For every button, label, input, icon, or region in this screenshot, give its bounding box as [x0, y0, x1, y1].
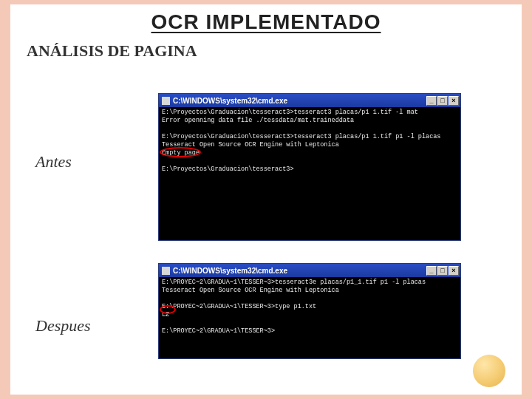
console-titlebar: C:\WINDOWS\system32\cmd.exe _ □ × [159, 94, 460, 107]
slide-subtitle: ANÁLISIS DE PAGINA [10, 34, 522, 61]
window-controls: _ □ × [426, 96, 459, 106]
close-button[interactable]: × [449, 266, 459, 276]
maximize-button[interactable]: □ [437, 266, 448, 276]
maximize-button[interactable]: □ [437, 96, 448, 106]
label-despues: Despues [35, 316, 91, 335]
console-output: E:\PROYEC~2\GRADUA~1\TESSER~3>tesseract3… [159, 277, 460, 358]
titlebar-left: C:\WINDOWS\system32\cmd.exe [162, 267, 287, 275]
console-before: C:\WINDOWS\system32\cmd.exe _ □ × E:\Pro… [158, 93, 461, 241]
cmd-icon [162, 97, 170, 105]
minimize-button[interactable]: _ [426, 266, 437, 276]
console-title: C:\WINDOWS\system32\cmd.exe [173, 267, 287, 275]
highlight-ellipse-after [160, 305, 176, 314]
decorative-circle-icon [473, 355, 505, 387]
console-after: C:\WINDOWS\system32\cmd.exe _ □ × E:\PRO… [158, 263, 461, 359]
console-titlebar: C:\WINDOWS\system32\cmd.exe _ □ × [159, 264, 460, 277]
cmd-icon [162, 267, 170, 275]
slide-title: OCR IMPLEMENTADO [10, 4, 522, 34]
console-output: E:\Proyectos\Graduacion\tesseract3>tesse… [159, 107, 460, 240]
slide: OCR IMPLEMENTADO ANÁLISIS DE PAGINA Ante… [10, 4, 522, 395]
minimize-button[interactable]: _ [426, 96, 437, 106]
close-button[interactable]: × [449, 96, 459, 106]
window-controls: _ □ × [426, 266, 459, 276]
highlight-ellipse-before [160, 147, 201, 157]
console-title: C:\WINDOWS\system32\cmd.exe [173, 97, 287, 105]
titlebar-left: C:\WINDOWS\system32\cmd.exe [162, 97, 287, 105]
label-antes: Antes [35, 152, 72, 171]
